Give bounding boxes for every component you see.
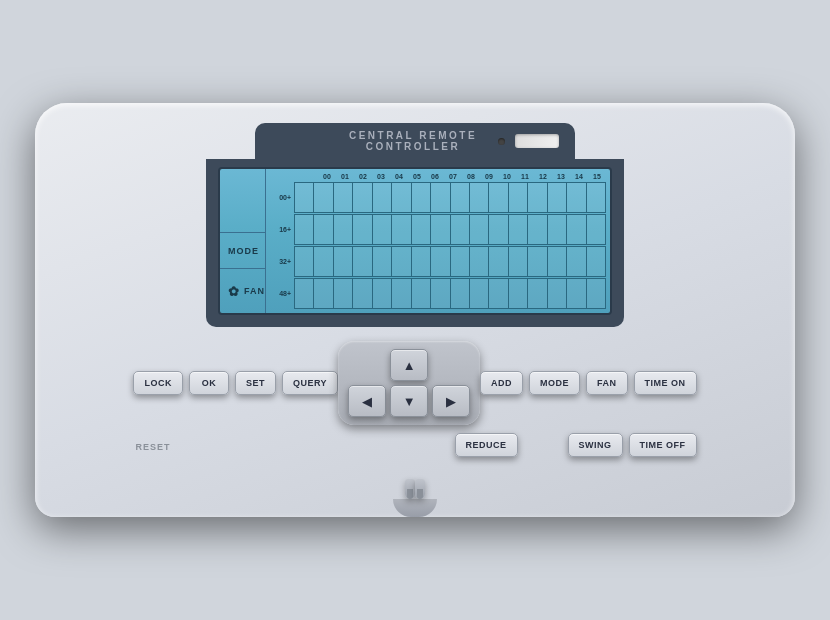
grid-row-00: 00+ bbox=[270, 182, 606, 213]
status-dot bbox=[498, 138, 505, 145]
display-grid-panel: 00 01 02 03 04 05 06 07 08 09 10 11 12 1… bbox=[266, 169, 610, 313]
display-mode-area: MODE bbox=[220, 233, 265, 269]
grid-row-16: 16+ bbox=[270, 214, 606, 245]
dpad-top-row: ▲ bbox=[390, 349, 428, 381]
reset-label: RESET bbox=[133, 442, 170, 452]
dpad-up-button[interactable]: ▲ bbox=[390, 349, 428, 381]
time-on-button[interactable]: TIME ON bbox=[634, 371, 697, 395]
lcd-panel: MODE ✿ FAN 00 01 02 03 04 bbox=[206, 159, 624, 327]
time-off-button[interactable]: TIME OFF bbox=[629, 433, 697, 457]
controller-outer: CENTRAL REMOTE CONTROLLER MODE ✿ FAN bbox=[35, 103, 795, 517]
grid-body: 00+ 16+ bbox=[270, 182, 606, 309]
button-panel: LOCK OK SET QUERY ▲ ◀ ▼ ▶ ADD MODE bbox=[117, 327, 712, 473]
mode-label: MODE bbox=[228, 246, 259, 256]
device-title: CENTRAL REMOTE CONTROLLER bbox=[328, 130, 499, 152]
set-button[interactable]: SET bbox=[235, 371, 276, 395]
mode-button[interactable]: MODE bbox=[529, 371, 580, 395]
left-button-group: LOCK OK SET QUERY bbox=[133, 371, 338, 395]
controls-top-row: LOCK OK SET QUERY ▲ ◀ ▼ ▶ ADD MODE bbox=[133, 341, 696, 425]
reduce-button[interactable]: REDUCE bbox=[455, 433, 518, 457]
display-left-panel: MODE ✿ FAN bbox=[220, 169, 266, 313]
feet-row bbox=[405, 479, 425, 499]
query-button[interactable]: QUERY bbox=[282, 371, 338, 395]
dpad-right-button[interactable]: ▶ bbox=[432, 385, 470, 417]
dpad-mid-row: ◀ ▼ ▶ bbox=[348, 385, 470, 417]
dpad-down-button[interactable]: ▼ bbox=[390, 385, 428, 417]
foot-left bbox=[405, 479, 415, 499]
fan-icon: ✿ bbox=[228, 284, 240, 299]
right-button-group-bottom: REDUCE SWING TIME OFF bbox=[455, 433, 697, 457]
controls-bottom-row: RESET REDUCE SWING TIME OFF bbox=[133, 433, 696, 457]
fan-button[interactable]: FAN bbox=[586, 371, 628, 395]
header-bar: CENTRAL REMOTE CONTROLLER bbox=[255, 123, 576, 159]
status-indicator bbox=[515, 134, 559, 148]
foot-right bbox=[415, 479, 425, 499]
display-fan-area: ✿ FAN bbox=[220, 269, 265, 313]
right-button-group-top: ADD MODE FAN TIME ON bbox=[480, 371, 697, 395]
add-button[interactable]: ADD bbox=[480, 371, 523, 395]
display-top-area bbox=[220, 169, 265, 233]
reset-area: RESET bbox=[133, 436, 306, 454]
footer-section bbox=[393, 473, 437, 517]
grid-column-headers: 00 01 02 03 04 05 06 07 08 09 10 11 12 1… bbox=[270, 173, 606, 180]
display-screen: MODE ✿ FAN 00 01 02 03 04 bbox=[218, 167, 612, 315]
grid-row-48: 48+ bbox=[270, 278, 606, 309]
fan-label: ✿ FAN bbox=[228, 284, 265, 299]
lock-button[interactable]: LOCK bbox=[133, 371, 183, 395]
dpad-container: ▲ ◀ ▼ ▶ bbox=[338, 341, 480, 425]
ok-button[interactable]: OK bbox=[189, 371, 229, 395]
dpad-left-button[interactable]: ◀ bbox=[348, 385, 386, 417]
swing-button[interactable]: SWING bbox=[568, 433, 623, 457]
grid-row-32: 32+ bbox=[270, 246, 606, 277]
bottom-ledge bbox=[393, 499, 437, 517]
